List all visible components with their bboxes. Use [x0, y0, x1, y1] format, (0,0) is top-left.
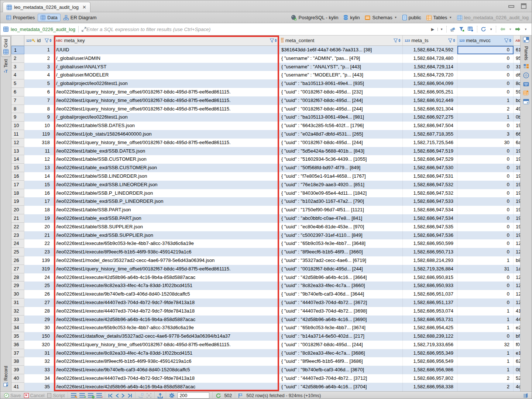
grid-cell-meta_content[interactable]: { "uuid" : "8f9eecf6-b1b5-46f9... [3660]	[279, 248, 403, 256]
grid-cell-meta_key[interactable]: /leo0226test1/query_history_time_offset/…	[54, 88, 279, 96]
row-number[interactable]: 22	[11, 223, 24, 231]
expand-icon[interactable]	[82, 27, 86, 32]
grid-cell-extra[interactable]: 62	[514, 357, 520, 366]
grid-cell-meta_ts[interactable]: 1,582,688,214,293	[403, 256, 457, 265]
grid-cell-meta_mvcc[interactable]: 32	[457, 341, 514, 349]
grid-cell-meta_mvcc[interactable]: 0	[457, 231, 514, 240]
grid-cell-meta_key[interactable]: /leo0226test1/query_history_time_offset/…	[54, 96, 279, 105]
grid-cell-id[interactable]: 24	[24, 273, 54, 282]
grid-cell-meta_content[interactable]: { "uuid" : "51602934-5c36-4439... [1055]	[279, 155, 403, 164]
grid-cell-extra[interactable]: b8	[514, 256, 520, 265]
grid-cell-extra[interactable]: 12	[514, 290, 520, 299]
grid-cell-meta_ts[interactable]: 1,582,686,947,532	[403, 181, 457, 189]
grid-cell-meta_key[interactable]: /leo0226test1/dataflow_details/35327ad2-…	[54, 332, 279, 341]
grid-cell-meta_content[interactable]: { "uuid" : "35327ad2-cecc-4ae6... [6719]	[279, 256, 403, 265]
column-header-meta_key[interactable]: ABCmeta_key	[54, 35, 279, 45]
grid-cell-id[interactable]: 19	[24, 214, 54, 223]
delete-row-icon[interactable]: −	[96, 393, 102, 398]
next-row-icon[interactable]	[121, 393, 125, 398]
grid-cell-extra[interactable]: 41	[514, 307, 520, 316]
grid-cell-id[interactable]: 13	[24, 164, 54, 172]
grid-cell-meta_content[interactable]: { "uuid" : "00182f67-b8dc-495d... [244]	[279, 265, 403, 273]
row-number[interactable]: 13	[11, 147, 24, 156]
grid-cell-meta_ts[interactable]: 1,582,686,947,533	[403, 197, 457, 206]
row-number[interactable]: 23	[11, 231, 24, 240]
grid-cell-meta_ts[interactable]: 1,582,686,912,449	[403, 96, 457, 105]
row-number[interactable]: 14	[11, 155, 24, 164]
sort-icon[interactable]	[453, 39, 455, 42]
row-number[interactable]: 10	[11, 122, 24, 130]
grid-cell-extra[interactable]: 19	[514, 164, 520, 172]
grid-cell-meta_ts[interactable]: 1,582,686,950,713	[403, 248, 457, 256]
grid-cell-meta_mvcc[interactable]: 0	[457, 290, 514, 299]
tab-er-diagram[interactable]: ER Diagram	[61, 14, 100, 21]
grid-cell-id[interactable]: 6	[24, 88, 54, 96]
grid-cell-meta_mvcc[interactable]: 0	[457, 214, 514, 223]
grid-cell-id[interactable]: 28	[24, 307, 54, 316]
grid-cell-id[interactable]: 10	[24, 122, 54, 130]
grid-cell-meta_ts[interactable]: 1,582,686,947,535	[403, 223, 457, 231]
grid-cell-meta_ts[interactable]: 1,582,715,725,546	[403, 139, 457, 147]
grid-cell-extra[interactable]: f0	[514, 341, 520, 349]
grid-cell-extra[interactable]: 49	[514, 105, 520, 113]
grid-cell-meta_mvcc[interactable]: 1	[457, 366, 514, 374]
grid-cell-extra[interactable]: 19	[514, 147, 520, 156]
grid-cell-meta_mvcc[interactable]: 0	[457, 172, 514, 181]
grid-cell-meta_key[interactable]: /leo0226test1/table_exd/SSB.LINEORDER.js…	[54, 181, 279, 189]
grid-cell-meta_content[interactable]: { "uuid" : "42d58b96-a64b-4c16... [3664]	[279, 273, 403, 282]
grid-cell-meta_content[interactable]: { "uuid" : "00182f67-b8dc-495d... [244]	[279, 105, 403, 113]
prev-row-icon[interactable]	[116, 393, 119, 398]
grid-cell-meta_content[interactable]: { "uuid" : "ec80e4b6-81de-453e... [970]	[279, 223, 403, 231]
grid-cell-meta_key[interactable]: /leo0226test1/query_history_time_offset/…	[54, 341, 279, 349]
grid-cell-meta_key[interactable]: /_global/project/leo0226test1.json	[54, 79, 279, 88]
grid-cell-id[interactable]: 11	[24, 147, 54, 156]
grid-cell-id[interactable]: 319	[24, 265, 54, 273]
grid-cell-meta_content[interactable]: { "uuid" : "8c82ea33-4fec-4c7a... [3660]	[279, 282, 403, 290]
grid-cell-meta_ts[interactable]: 1,582,686,953,074	[403, 307, 457, 316]
grid-cell-id[interactable]: 8	[24, 105, 54, 113]
grid-cell-meta_ts[interactable]: 1,582,686,947,534	[403, 206, 457, 214]
grid-cell-meta_mvcc[interactable]: 0	[457, 46, 514, 54]
grid-cell-meta_mvcc[interactable]: 0	[457, 197, 514, 206]
grid-cell-meta_mvcc[interactable]: 0	[457, 63, 514, 71]
grid-cell-meta_content[interactable]: { "uuid" : "c5002397-31ef-4110... [849]	[279, 231, 403, 240]
gear-icon[interactable]	[169, 393, 175, 398]
select-row-icon[interactable]	[147, 393, 151, 398]
grid-cell-meta_mvcc[interactable]: 1	[457, 113, 514, 122]
grid-cell-meta_key[interactable]: /leo0226test1/table/SSB.SUPPLIER.json	[54, 223, 279, 231]
grid-cell-meta_content[interactable]: { "uuid" : "5d5e424a-5688-401b... [843]	[279, 147, 403, 156]
cancel-button[interactable]: ✕ Cancel	[24, 393, 45, 398]
grid-cell-meta_ts[interactable]: 1,582,686,955,349	[403, 349, 457, 358]
sort-icon[interactable]	[275, 39, 277, 42]
row-number[interactable]: 28	[11, 273, 24, 282]
grid-cell-id[interactable]: 25	[24, 282, 54, 290]
filter-icon[interactable]	[459, 27, 464, 32]
grid-cell-meta_mvcc[interactable]: 0	[457, 239, 514, 248]
grid-cell-meta_content[interactable]: { "uuid" : "44407ed3-704d-4b72... [3698]	[279, 307, 403, 316]
grid-cell-meta_mvcc[interactable]: 0	[457, 181, 514, 189]
grid-cell-meta_key[interactable]: /leo0226test1/table_exd/SSB.DATES.json	[54, 147, 279, 156]
row-number[interactable]: 31	[11, 299, 24, 307]
grid-cell-meta_mvcc[interactable]: 0	[457, 71, 514, 79]
value-viewer-icon[interactable]	[523, 72, 529, 78]
sort-icon[interactable]	[509, 39, 511, 42]
grid-cell-meta_key[interactable]: /leo0226test1/execute/65b9c053-fe3e-4bb7…	[54, 239, 279, 248]
grid-cell-id[interactable]: 34	[24, 374, 54, 383]
grid-cell-meta_content[interactable]: { "uuid" : "b14a3714-6e50-402d... [217]	[279, 332, 403, 341]
grid-cell-meta_key[interactable]: /leo0226test1/table_exd/SSB.SUPPLIER.jso…	[54, 231, 279, 240]
row-number[interactable]: 27	[11, 265, 24, 273]
grid-cell-id[interactable]: 15	[24, 181, 54, 189]
grid-cell-meta_mvcc[interactable]: 3	[457, 130, 514, 139]
grid-cell-extra[interactable]: d6	[514, 71, 520, 79]
grid-cell-meta_mvcc[interactable]: 0	[457, 147, 514, 156]
grid-cell-extra[interactable]: 6a	[514, 139, 520, 147]
grid-cell-meta_ts[interactable]: 1,582,686,947,532	[403, 189, 457, 198]
grid-cell-meta_key[interactable]: /leo0226test1/execute/42d58b96-a64b-4c16…	[54, 316, 279, 324]
grid-cell-meta_mvcc[interactable]: 0	[457, 54, 514, 63]
grid-cell-meta_mvcc[interactable]: 31	[457, 265, 514, 273]
breadcrumb-database[interactable]: kylin	[343, 15, 360, 20]
grid-cell-meta_content[interactable]: { "uuid" : "00182f67-b8dc-495d... [244]	[279, 139, 403, 147]
fetch-size-input[interactable]	[178, 392, 209, 399]
grid-cell-meta_ts[interactable]: 1,582,684,729,114	[403, 63, 457, 71]
grid-cell-meta_key[interactable]: /leo0226test1/table_exd/SSB.CUSTOMER.jso…	[54, 164, 279, 172]
